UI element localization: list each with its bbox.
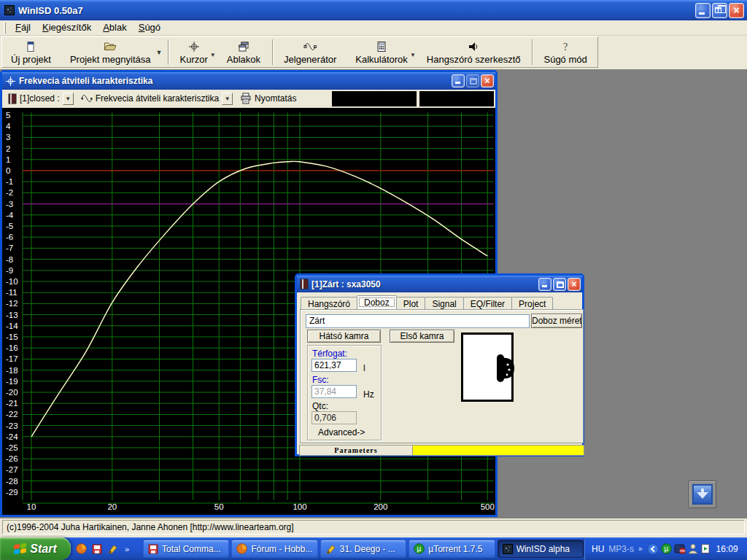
chevron-down-icon[interactable]: ▼ [156,49,163,56]
field-input[interactable]: 0,706 [311,411,357,424]
y-axis-label: -6 [6,233,13,241]
tab-plot[interactable]: Plot [396,297,426,309]
language-indicator[interactable]: HU [592,544,604,554]
brush-icon [325,543,336,554]
graph-select-combo[interactable]: Frekvecia átviteli karakterisztika ▼ [80,92,234,106]
rear-chamber-button[interactable]: Hátsó kamra [307,330,381,343]
dialog-tab-strip: HangszóróDobozPlotSignalEQ/FilterProject [301,295,552,309]
brush-icon[interactable] [107,543,118,554]
menu-item[interactable]: Ablak [97,20,133,35]
y-axis-label: -22 [6,410,18,419]
y-axis-label: -23 [6,421,18,430]
scroll-down-button[interactable] [689,481,716,508]
windows-icon [238,40,249,52]
doboz-tab-page: Zárt Doboz méretei Hátsó kamra Első kamr… [300,309,584,443]
taskbar-task-button[interactable]: µµTorrent 1.7.5 [409,540,495,558]
winisd-app-icon [4,5,15,15]
y-axis-label: -21 [6,399,18,408]
toolbar-button-label: Új projekt [11,54,51,65]
chevron-down-icon[interactable]: ▼ [63,93,74,105]
y-axis-label: -29 [6,488,18,497]
toolbar-button[interactable]: Jelgenerátor [275,37,347,67]
collapse-arrow-icon[interactable] [647,543,659,555]
media-icon[interactable] [700,543,711,555]
taskbar-task-button[interactable]: 31. Deego - ... [320,540,406,558]
toolbar-button[interactable]: Kalkulátorok▼ [347,37,418,67]
toolbar-button[interactable]: Kurzor▼ [171,37,217,67]
toolbar-button-label: Jelgenerátor [284,54,336,65]
taskbar-task-button[interactable]: Fórum - Hobb... [231,540,317,558]
box-diagram [461,332,514,402]
task-button-label: Fórum - Hobb... [251,544,312,554]
restore-button[interactable] [712,3,727,18]
y-axis-label: -10 [6,277,18,286]
task-button-area: Total Comma...Fórum - Hobb...31. Deego -… [143,540,584,558]
tray-chevron-icon[interactable]: » [638,545,643,553]
dialog-titlebar[interactable]: [1]Zárt : sxa3050 × [297,276,582,292]
dialog-icon [300,279,309,289]
project-select-combo[interactable]: [1]closed : ▼ [7,92,75,106]
progress-bar-fill [413,446,584,455]
tab-eq-filter[interactable]: EQ/Filter [463,297,512,309]
start-label: Start [30,542,56,556]
task-button-label: WinISD alpha [516,544,570,554]
toolbar-button[interactable]: Ablakok [218,37,271,67]
plot-window-titlebar[interactable]: Frekvecia átviteli karakterisztika × [2,72,495,90]
tab-doboz[interactable]: Doboz [357,295,397,309]
chevron-down-icon[interactable]: ▼ [210,52,216,58]
parameters-progress-bar: Parameters [299,445,584,456]
tab-signal[interactable]: Signal [425,297,463,309]
taskbar-task-button[interactable]: Total Comma... [143,540,229,558]
taskbar: Start » Total Comma...Fórum - Hobb...31.… [0,537,747,560]
toolbar-button[interactable]: Hangszóró szerkesztő [418,37,531,67]
total-commander-icon[interactable] [92,544,102,554]
box-type-field[interactable]: Zárt [306,314,530,328]
taskbar-task-button[interactable]: WinISD alpha [498,540,584,558]
plot-window-title: Frekvecia átviteli karakterisztika [19,76,450,86]
messenger-icon[interactable]: me [674,543,686,555]
field-input[interactable]: 621,37 [311,359,357,372]
field-label: Qtc: [312,401,328,411]
toolbar-button[interactable]: Projekt megnyitása▼ [61,37,167,67]
user-icon[interactable] [688,543,698,555]
quick-launch-chevron-icon[interactable]: » [125,545,129,553]
y-axis-label: -9 [6,266,13,275]
x-axis-label: 50 [214,502,224,511]
y-axis-label: -20 [6,388,18,397]
firefox-icon[interactable] [76,543,87,554]
y-axis-label: -2 [6,188,13,197]
utorrent-tray-icon[interactable]: µ [661,543,672,555]
menubar-grip[interactable] [4,23,6,34]
y-axis-label: 4 [6,122,11,131]
close-button[interactable]: × [729,3,744,18]
menu-item[interactable]: Súgó [133,20,166,35]
chevron-down-icon[interactable]: ▼ [410,52,416,58]
y-axis-label: 1 [6,155,10,164]
plot-maximize-button[interactable] [466,74,479,88]
parameters-label[interactable]: Parameters [300,446,413,455]
menu-item[interactable]: Kiegészítők [36,20,97,35]
dialog-close-button[interactable]: × [568,278,581,291]
menu-item[interactable]: Fájl [9,20,36,35]
dialog-minimize-button[interactable] [538,278,551,291]
plot-minimize-button[interactable] [452,74,465,88]
minimize-button[interactable] [695,3,711,18]
toolbar-button[interactable]: ?Súgó mód [535,37,597,67]
box-dimensions-button[interactable]: Doboz méretei [531,314,582,328]
front-chamber-button[interactable]: Első kamra [390,330,454,343]
total-commander-icon [148,544,158,554]
toolbar-button-label: Projekt megnyitása [70,54,151,65]
print-button[interactable]: Nyomtatás [239,92,298,105]
field-input[interactable]: 37,84 [311,385,357,398]
dialog-maximize-button[interactable] [553,278,566,291]
cursor-icon [188,40,200,52]
advanced-button[interactable]: Advanced-> [318,427,365,438]
quick-launch-bar: » [76,537,129,560]
tab-project[interactable]: Project [511,297,553,309]
tab-hangsz-r-[interactable]: Hangszóró [301,297,357,309]
toolbar-button[interactable]: Új projekt [2,37,61,67]
plot-close-button[interactable]: × [481,74,494,88]
start-button[interactable]: Start [0,537,71,560]
chevron-down-icon[interactable]: ▼ [222,93,233,105]
task-button-label: 31. Deego - ... [340,544,395,554]
